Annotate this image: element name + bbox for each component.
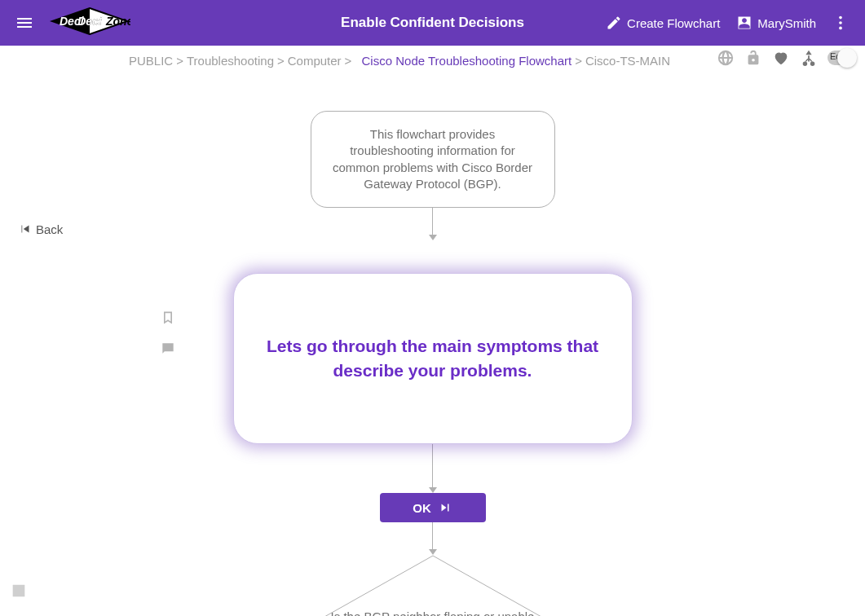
svg-marker-9 — [311, 556, 554, 616]
app-logo[interactable]: Deci Deci Zone Deci — [49, 7, 130, 38]
user-icon — [736, 15, 752, 31]
main-node-text: Lets go through the main symptoms that d… — [267, 334, 599, 384]
kebab-icon — [832, 14, 850, 32]
crumb-sep: > — [345, 54, 352, 68]
svg-point-6 — [839, 16, 842, 20]
more-button[interactable] — [824, 7, 857, 39]
crumb-cat2[interactable]: Computer — [288, 54, 342, 68]
flowchart: This flowchart provides troubleshooting … — [0, 75, 865, 616]
edit-toggle[interactable]: Edit — [827, 51, 854, 65]
breadcrumb-bar: PUBLIC > Troubleshooting > Computer > Ci… — [0, 46, 865, 75]
user-button[interactable]: MarySmith — [728, 7, 824, 39]
crumb-public[interactable]: PUBLIC — [129, 54, 173, 68]
top-icon-bar: Edit — [717, 49, 854, 67]
ok-button[interactable]: OK — [380, 493, 486, 522]
flowchart-canvas: Back This flowchart provides troubleshoo… — [0, 75, 865, 613]
edit-toggle-label: Edit — [830, 51, 845, 61]
create-flowchart-label: Create Flowchart — [627, 16, 720, 30]
crumb-tag[interactable]: Cisco-TS-MAIN — [585, 54, 670, 68]
connector — [432, 522, 434, 555]
info-node-text: This flowchart provides troubleshooting … — [333, 127, 532, 191]
crumb-cat1[interactable]: Troubleshooting — [187, 54, 274, 68]
decision-node-text: Is the BGP neighbor flaping or unable to… — [327, 609, 539, 617]
svg-text:Zone: Zone — [105, 15, 130, 28]
play-next-icon — [438, 500, 452, 515]
breadcrumb: PUBLIC > Troubleshooting > Computer > Ci… — [129, 54, 670, 68]
svg-text:Deci: Deci — [60, 15, 85, 28]
create-flowchart-button[interactable]: Create Flowchart — [598, 7, 728, 39]
crumb-current[interactable]: Cisco Node Troubleshooting Flowchart — [362, 54, 572, 68]
hamburger-icon — [15, 13, 34, 33]
connector — [432, 444, 434, 493]
decision-node[interactable]: Is the BGP neighbor flaping or unable to… — [311, 555, 555, 616]
menu-button[interactable] — [8, 7, 41, 39]
pencil-icon — [606, 15, 622, 31]
main-node[interactable]: Lets go through the main symptoms that d… — [233, 273, 633, 444]
crumb-sep: > — [277, 54, 285, 68]
user-label: MarySmith — [757, 16, 816, 30]
ok-label: OK — [413, 501, 431, 515]
lock-open-icon[interactable] — [744, 49, 762, 67]
heart-icon[interactable] — [772, 49, 790, 67]
crumb-sep: > — [575, 54, 582, 68]
globe-icon[interactable] — [717, 49, 735, 67]
info-node[interactable]: This flowchart provides troubleshooting … — [311, 111, 555, 208]
svg-point-7 — [839, 21, 842, 24]
crumb-sep: > — [176, 54, 183, 68]
hierarchy-icon[interactable] — [800, 49, 818, 67]
app-header: Deci Deci Zone Deci Enable Confident Dec… — [0, 0, 865, 46]
connector — [432, 208, 434, 240]
svg-point-8 — [839, 27, 842, 30]
